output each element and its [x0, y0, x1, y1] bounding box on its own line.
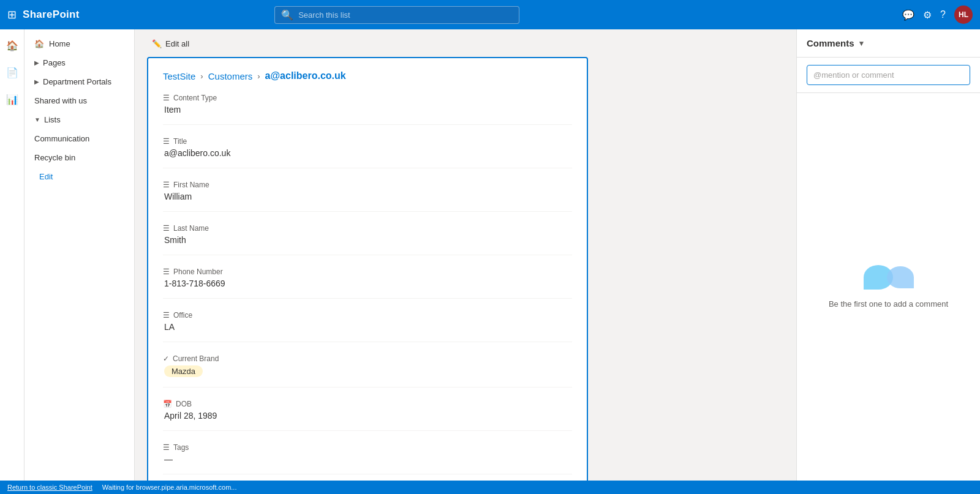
pencil-icon: ✏️: [152, 39, 162, 48]
comments-header: Comments ▼: [797, 29, 980, 58]
sidebar-section-lists[interactable]: ▼ Lists: [24, 110, 134, 129]
return-classic-link[interactable]: Return to classic SharePoint: [7, 484, 92, 491]
chevron-dept-icon: ▶: [34, 78, 39, 85]
breadcrumb-sep-1: ›: [200, 72, 203, 81]
waffle-icon[interactable]: ⊞: [7, 8, 17, 21]
first-name-value: William: [163, 192, 572, 201]
settings-icon[interactable]: ⚙: [923, 9, 932, 21]
current-brand-label: ✓ Current Brand: [163, 354, 572, 363]
sidebar-section-dept[interactable]: ▶ Department Portals: [24, 72, 134, 91]
content-type-icon: ☰: [163, 94, 170, 102]
phone-number-value: 1-813-718-6669: [163, 279, 572, 288]
communication-label: Communication: [34, 134, 89, 143]
field-dob: 📅 DOB April 28, 1989: [163, 400, 572, 431]
field-last-name: ☰ Last Name Smith: [163, 224, 572, 255]
content-type-label: ☰ Content Type: [163, 94, 572, 102]
field-first-name: ☰ First Name William: [163, 181, 572, 212]
search-input[interactable]: [298, 10, 513, 20]
breadcrumb-item: a@aclibero.co.uk: [265, 70, 346, 81]
title-icon: ☰: [163, 137, 170, 146]
topbar-right: 💬 ⚙ ? HL: [902, 6, 973, 24]
topbar-left: ⊞ SharePoint: [7, 8, 80, 21]
breadcrumb: TestSite › Customers › a@aclibero.co.uk: [163, 70, 572, 81]
recycle-label: Recycle bin: [34, 153, 75, 162]
avatar[interactable]: HL: [954, 6, 973, 24]
home-icon: 🏠: [34, 39, 44, 48]
search-icon: 🔍: [281, 9, 293, 21]
chevron-lists-icon: ▼: [34, 116, 40, 123]
chat-icon[interactable]: 💬: [902, 9, 914, 21]
main-layout: 🏠 📄 📊 🏠 Home ▶ Pages ▶ Department Portal…: [0, 29, 980, 481]
search-bar[interactable]: 🔍: [274, 6, 519, 24]
status-text: Waiting for browser.pipe.aria.microsoft.…: [102, 484, 237, 491]
brand-badge: Mazda: [164, 365, 203, 377]
office-value: LA: [163, 322, 572, 332]
title-value: a@aclibero.co.uk: [163, 148, 572, 158]
phone-icon: ☰: [163, 268, 170, 276]
dept-label: Department Portals: [43, 77, 111, 86]
tags-label: ☰ Tags: [163, 443, 572, 452]
field-content-type: ☰ Content Type Item: [163, 94, 572, 125]
last-name-icon: ☰: [163, 224, 170, 233]
toolbar: ✏️ Edit all: [147, 37, 784, 51]
lists-label: Lists: [44, 115, 61, 124]
shared-label: Shared with us: [34, 96, 87, 105]
chevron-pages-icon: ▶: [34, 59, 39, 66]
field-phone-number: ☰ Phone Number 1-813-718-6669: [163, 268, 572, 299]
edit-all-label: Edit all: [165, 39, 189, 48]
home-rail-icon[interactable]: 🏠: [1, 34, 23, 56]
sidebar-item-recycle[interactable]: Recycle bin: [24, 148, 134, 167]
help-icon[interactable]: ?: [940, 9, 946, 20]
sidebar-item-communication[interactable]: Communication: [24, 129, 134, 148]
comments-empty-text: Be the first one to add a comment: [829, 299, 948, 309]
brand-name: SharePoint: [23, 9, 80, 21]
field-office: ☰ Office LA: [163, 311, 572, 342]
comments-input[interactable]: [807, 65, 970, 85]
status-bar: Return to classic SharePoint Waiting for…: [0, 481, 980, 494]
first-name-icon: ☰: [163, 181, 170, 189]
notes-rail-icon[interactable]: 📄: [1, 61, 23, 83]
content-type-value: Item: [163, 105, 572, 114]
brand-icon: ✓: [163, 354, 169, 363]
topbar: ⊞ SharePoint 🔍 💬 ⚙ ? HL: [0, 0, 980, 29]
comments-input-area[interactable]: [797, 58, 980, 93]
breadcrumb-site[interactable]: TestSite: [163, 71, 195, 81]
edit-label: Edit: [39, 172, 53, 181]
field-title: ☰ Title a@aclibero.co.uk: [163, 137, 572, 168]
last-name-label: ☰ Last Name: [163, 224, 572, 233]
tags-value: —: [163, 454, 572, 464]
phone-number-label: ☰ Phone Number: [163, 268, 572, 276]
pages-label: Pages: [43, 58, 66, 67]
tags-icon: ☰: [163, 443, 170, 452]
breadcrumb-sep-2: ›: [257, 72, 260, 81]
icon-rail: 🏠 📄 📊: [0, 29, 24, 481]
field-tags: ☰ Tags —: [163, 443, 572, 474]
sidebar: 🏠 Home ▶ Pages ▶ Department Portals Shar…: [24, 29, 135, 481]
sidebar-section-pages[interactable]: ▶ Pages: [24, 53, 134, 72]
field-current-brand: ✓ Current Brand Mazda: [163, 354, 572, 387]
current-brand-value: Mazda: [163, 365, 572, 377]
edit-all-button[interactable]: ✏️ Edit all: [147, 37, 194, 51]
activity-rail-icon[interactable]: 📊: [1, 88, 23, 110]
chevron-comments-icon: ▼: [858, 39, 865, 48]
home-label: Home: [49, 39, 70, 48]
last-name-value: Smith: [163, 235, 572, 245]
sidebar-item-shared[interactable]: Shared with us: [24, 91, 134, 110]
breadcrumb-list[interactable]: Customers: [208, 71, 253, 81]
comments-title: Comments: [807, 38, 854, 48]
office-label: ☰ Office: [163, 311, 572, 320]
content-area: ✏️ Edit all TestSite › Customers › a@acl…: [135, 29, 796, 481]
sidebar-item-home[interactable]: 🏠 Home: [24, 34, 134, 53]
dob-label: 📅 DOB: [163, 400, 572, 408]
dob-value: April 28, 1989: [163, 411, 572, 421]
dob-icon: 📅: [163, 400, 172, 408]
comment-illustration: [864, 265, 914, 290]
first-name-label: ☰ First Name: [163, 181, 572, 189]
bubble-chat: [887, 266, 914, 288]
title-label: ☰ Title: [163, 137, 572, 146]
office-icon: ☰: [163, 311, 170, 320]
comments-empty: Be the first one to add a comment: [797, 93, 980, 481]
detail-card: TestSite › Customers › a@aclibero.co.uk …: [147, 57, 588, 481]
sidebar-item-edit[interactable]: Edit: [24, 167, 134, 186]
comments-panel: Comments ▼ Be the first one to add a com…: [796, 29, 980, 481]
